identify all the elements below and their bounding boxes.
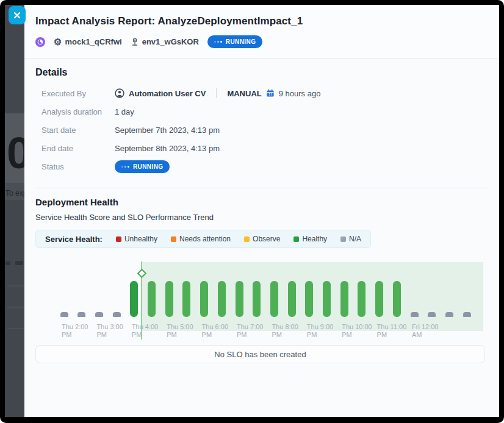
detail-row-start-date: Start date September 7th 2023, 4:13 pm	[35, 121, 487, 139]
detail-label: End date	[41, 144, 115, 153]
health-bar[interactable]	[428, 312, 436, 317]
window-frame: 0 To exp Impact Analysis Report: Analyze…	[0, 0, 504, 423]
backdrop-partial-number: 0	[7, 133, 24, 173]
legend-swatch-icon	[171, 236, 176, 242]
status-badge: RUNNING	[207, 35, 262, 48]
health-bar[interactable]	[60, 312, 68, 317]
details-section: Details Executed By Automation User CV M…	[24, 67, 499, 176]
report-avatar-icon	[35, 37, 45, 47]
legend-item: Needs attention	[171, 235, 231, 243]
x-axis-tick-label: Thu 9:00PM	[307, 323, 333, 339]
backdrop-row-line	[7, 285, 24, 286]
health-bar[interactable]	[165, 281, 173, 317]
backdrop-partial-text: To exp	[5, 189, 24, 197]
backdrop-row-line	[7, 328, 24, 329]
deployment-health-section: Deployment Health Service Health Score a…	[24, 197, 499, 363]
legend-item: Observe	[244, 235, 280, 243]
status-badge-label: RUNNING	[133, 163, 163, 170]
legend-item: Healthy	[293, 235, 327, 243]
legend-item: Unhealthy	[116, 235, 157, 243]
service-name: mock1_qCRfwi	[65, 37, 121, 46]
status-badge: RUNNING	[115, 160, 170, 173]
health-bar[interactable]	[148, 281, 156, 317]
backdrop-row-line	[7, 307, 24, 308]
health-bar[interactable]	[200, 281, 208, 317]
user-icon	[115, 88, 124, 98]
legend-item-label: Unhealthy	[124, 235, 157, 243]
detail-row-end-date: End date September 8th 2023, 4:13 pm	[35, 139, 487, 157]
slo-empty-message: No SLO has been created	[214, 350, 306, 359]
health-bar[interactable]	[113, 312, 121, 317]
detail-label: Executed By	[41, 89, 115, 98]
health-bar[interactable]	[358, 281, 365, 317]
health-bar[interactable]	[340, 281, 348, 317]
health-bar[interactable]	[445, 312, 453, 317]
x-axis-tick-label: Fri 12:00AM	[412, 323, 438, 339]
gear-icon: ⚙	[54, 37, 62, 46]
dimmed-background: 0 To exp	[5, 5, 24, 417]
running-dots-icon	[214, 41, 222, 43]
x-axis-tick-label: Thu 11:00PM	[377, 323, 407, 339]
report-meta-row: ⚙ mock1_qCRfwi env1_wGsKOR RUNNING	[35, 35, 487, 48]
details-heading: Details	[35, 67, 487, 78]
health-bar[interactable]	[288, 281, 296, 317]
running-dots-icon	[121, 166, 129, 168]
x-axis-tick-label: Thu 4:00PM	[132, 323, 158, 339]
impact-analysis-drawer: Impact Analysis Report: AnalyzeDeploymen…	[24, 5, 499, 417]
executed-by-user: Automation User CV	[129, 89, 206, 98]
environment-icon	[131, 38, 139, 46]
detail-value: September 8th 2023, 4:13 pm	[115, 144, 220, 153]
health-bar[interactable]	[375, 281, 383, 317]
chart-subtitle: Service Health Score and SLO Performance…	[35, 213, 487, 222]
calendar-icon	[266, 89, 275, 98]
detail-row-executed-by: Executed By Automation User CV MANUAL 9 …	[35, 84, 487, 102]
health-bar[interactable]	[463, 312, 471, 317]
health-bar[interactable]	[130, 281, 138, 317]
page-title: Impact Analysis Report: AnalyzeDeploymen…	[35, 15, 487, 27]
detail-row-status: Status RUNNING	[35, 157, 487, 176]
close-button[interactable]	[9, 6, 26, 24]
health-bar[interactable]	[253, 281, 261, 317]
x-axis-tick-label: Thu 10:00PM	[342, 323, 372, 339]
health-bar[interactable]	[305, 281, 313, 317]
health-bar[interactable]	[218, 281, 226, 317]
legend-swatch-icon	[116, 236, 121, 242]
legend-swatch-icon	[293, 236, 299, 242]
detail-label: Start date	[41, 126, 115, 135]
health-bar[interactable]	[323, 281, 331, 317]
backdrop-bar-stub	[5, 261, 10, 265]
legend-item-label: Observe	[253, 235, 280, 243]
x-axis-tick-label: Thu 3:00PM	[96, 323, 123, 339]
health-bar[interactable]	[393, 281, 401, 317]
environment-chip: env1_wGsKOR	[131, 37, 199, 46]
legend-swatch-icon	[244, 236, 250, 242]
executed-time: 9 hours ago	[279, 89, 321, 98]
health-chart: Thu 2:00PMThu 3:00PMThu 4:00PMThu 5:00PM…	[35, 254, 485, 341]
detail-label: Status	[41, 162, 115, 171]
x-axis-tick-label: Thu 8:00PM	[272, 323, 298, 339]
deployment-health-heading: Deployment Health	[35, 197, 487, 207]
x-axis-tick-label: Thu 2:00PM	[62, 323, 88, 339]
health-bar[interactable]	[236, 281, 243, 317]
legend-item-label: Needs attention	[179, 235, 231, 243]
drawer-header: Impact Analysis Report: AnalyzeDeploymen…	[24, 5, 499, 59]
close-icon	[13, 12, 21, 19]
health-bar[interactable]	[77, 312, 85, 317]
legend-swatch-icon	[340, 236, 346, 242]
slo-empty-box: No SLO has been created	[35, 345, 485, 363]
environment-name: env1_wGsKOR	[142, 37, 199, 46]
backdrop-bar-stub	[15, 261, 23, 265]
legend-items: UnhealthyNeeds attentionObserveHealthyN/…	[116, 235, 361, 243]
health-bar[interactable]	[270, 281, 278, 317]
legend-item-label: Healthy	[302, 235, 327, 243]
detail-value: 1 day	[115, 107, 134, 116]
x-axis-tick-label: Thu 6:00PM	[202, 323, 228, 339]
trigger-mode: MANUAL	[227, 89, 261, 98]
status-badge-label: RUNNING	[226, 38, 256, 45]
x-axis-tick-label: Thu 7:00PM	[237, 323, 263, 339]
service-health-legend: Service Health: UnhealthyNeeds attention…	[35, 230, 371, 248]
health-bar[interactable]	[411, 312, 419, 317]
health-bar[interactable]	[182, 281, 190, 317]
health-bar[interactable]	[95, 312, 103, 317]
legend-item-label: N/A	[349, 235, 361, 243]
